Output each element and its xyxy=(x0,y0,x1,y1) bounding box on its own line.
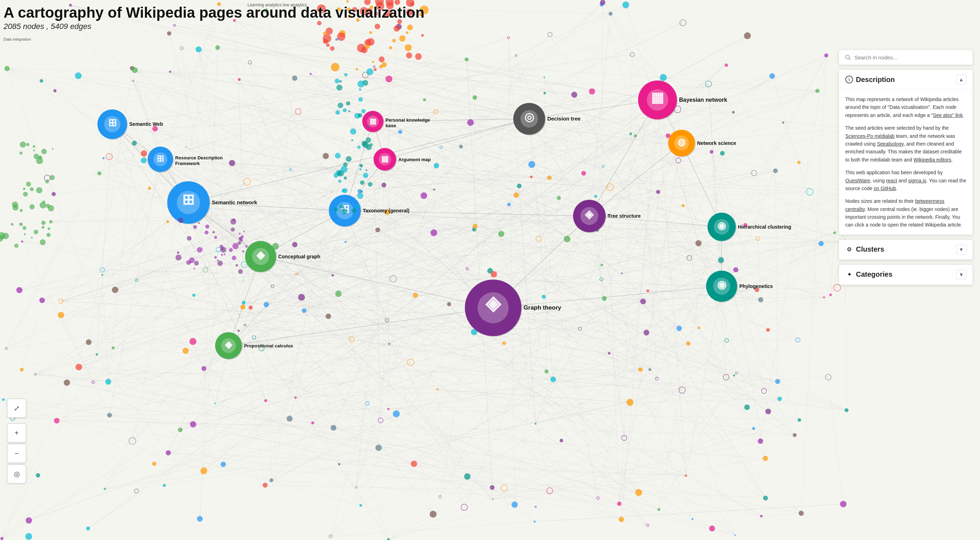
svg-text:◎: ◎ xyxy=(524,111,534,123)
svg-line-283 xyxy=(93,230,377,382)
svg-point-928 xyxy=(20,368,23,372)
svg-point-840 xyxy=(411,461,417,467)
svg-point-771 xyxy=(264,302,269,307)
svg-line-288 xyxy=(544,78,747,408)
svg-point-960 xyxy=(269,478,273,483)
svg-point-1166 xyxy=(379,57,385,62)
svg-point-931 xyxy=(732,111,735,114)
svg-point-933 xyxy=(594,195,597,197)
svg-point-943 xyxy=(112,287,118,293)
svg-point-782 xyxy=(758,297,763,302)
svg-point-1193 xyxy=(214,236,217,239)
svg-line-87 xyxy=(168,453,504,488)
svg-point-750 xyxy=(16,287,22,293)
svg-point-1213 xyxy=(222,248,224,250)
svg-point-995 xyxy=(132,67,138,73)
svg-point-1014 xyxy=(617,502,622,506)
svg-point-1023 xyxy=(148,187,151,190)
svg-point-1294 xyxy=(11,223,13,226)
svg-line-402 xyxy=(562,441,712,529)
svg-line-500 xyxy=(204,65,726,471)
wikipedia-editors-link[interactable]: Wikipedia editors xyxy=(913,157,951,162)
zoom-in-button[interactable]: + xyxy=(7,423,26,443)
svg-line-217 xyxy=(762,513,802,516)
svg-point-954 xyxy=(824,53,828,57)
react-link[interactable]: react xyxy=(886,178,897,183)
svg-point-1009 xyxy=(433,188,435,191)
center-button[interactable]: ◎ xyxy=(7,464,26,483)
svg-point-876 xyxy=(141,157,146,163)
seealsology-link[interactable]: Seealsology xyxy=(877,141,904,147)
svg-point-973 xyxy=(692,518,693,520)
svg-line-587 xyxy=(135,70,824,297)
svg-point-757 xyxy=(792,433,797,437)
svg-point-1038 xyxy=(331,425,336,431)
categories-header: ✦ Categories ▼ xyxy=(839,265,972,285)
search-input[interactable] xyxy=(854,54,967,60)
svg-point-1127 xyxy=(421,34,424,37)
sigmajs-link[interactable]: sigma.js xyxy=(908,178,926,183)
svg-point-1183 xyxy=(239,232,240,234)
svg-text:◍: ◍ xyxy=(678,137,686,148)
see-also-link[interactable]: See also" link xyxy=(933,113,963,118)
clusters-toggle[interactable]: ▼ xyxy=(956,245,966,254)
svg-point-1205 xyxy=(243,230,245,232)
svg-line-63 xyxy=(726,377,795,435)
svg-point-1169 xyxy=(323,39,328,44)
expand-button[interactable]: ⤢ xyxy=(7,399,26,418)
categories-toggle[interactable]: ▼ xyxy=(956,270,966,280)
svg-point-892 xyxy=(25,533,32,540)
svg-line-321 xyxy=(333,428,765,459)
svg-point-806 xyxy=(845,408,848,412)
svg-point-958 xyxy=(447,302,451,307)
betweenness-link[interactable]: betweenness centrality xyxy=(845,198,944,212)
svg-point-1227 xyxy=(344,176,347,179)
svg-point-1292 xyxy=(23,192,28,197)
svg-point-903 xyxy=(752,427,755,430)
svg-point-838 xyxy=(544,369,548,373)
github-link[interactable]: on GitHub xyxy=(873,186,896,191)
svg-line-578 xyxy=(6,157,109,348)
svg-point-830 xyxy=(338,463,340,465)
svg-point-822 xyxy=(762,456,768,461)
svg-point-827 xyxy=(797,161,800,164)
svg-point-1172 xyxy=(382,62,387,68)
svg-point-1225 xyxy=(337,103,343,108)
svg-line-128 xyxy=(290,370,650,419)
svg-line-51 xyxy=(54,78,295,194)
svg-line-724 xyxy=(414,286,722,464)
svg-point-780 xyxy=(242,301,246,305)
svg-point-1251 xyxy=(358,97,363,102)
svg-point-811 xyxy=(64,380,70,386)
zoom-out-button[interactable]: − xyxy=(7,444,26,463)
svg-text:Semantic network: Semantic network xyxy=(212,199,258,205)
svg-point-1026 xyxy=(564,236,571,243)
network-graph[interactable]: ◎Decision tree▦Bayesian network⊞Semantic… xyxy=(0,0,980,540)
svg-point-1140 xyxy=(374,68,377,71)
svg-point-862 xyxy=(725,64,728,67)
svg-point-1236 xyxy=(336,110,340,115)
svg-point-936 xyxy=(423,98,426,102)
svg-point-1214 xyxy=(213,231,215,233)
svg-point-859 xyxy=(744,405,750,410)
svg-point-1007 xyxy=(542,295,546,299)
description-header: i Description ▲ xyxy=(839,70,972,90)
desc-p2: The seed articles were selected by hand … xyxy=(845,124,966,164)
svg-point-1243 xyxy=(339,80,342,83)
svg-point-1271 xyxy=(24,233,26,235)
svg-line-226 xyxy=(388,382,778,540)
sciences-po-link[interactable]: Sciences-Po médialab xyxy=(845,133,894,139)
svg-line-433 xyxy=(610,187,798,340)
svg-point-978 xyxy=(600,0,605,5)
svg-point-1031 xyxy=(375,445,382,451)
svg-point-1165 xyxy=(415,53,422,60)
svg-text:◆: ◆ xyxy=(224,339,232,350)
description-toggle[interactable]: ▲ xyxy=(956,75,966,84)
svg-point-759 xyxy=(601,264,603,266)
svg-line-360 xyxy=(389,79,574,95)
svg-point-998 xyxy=(388,343,390,345)
ouestware-link[interactable]: OuestWare xyxy=(845,178,870,183)
svg-point-1194 xyxy=(232,218,235,221)
svg-line-352 xyxy=(356,240,845,488)
svg-point-1176 xyxy=(357,44,366,52)
